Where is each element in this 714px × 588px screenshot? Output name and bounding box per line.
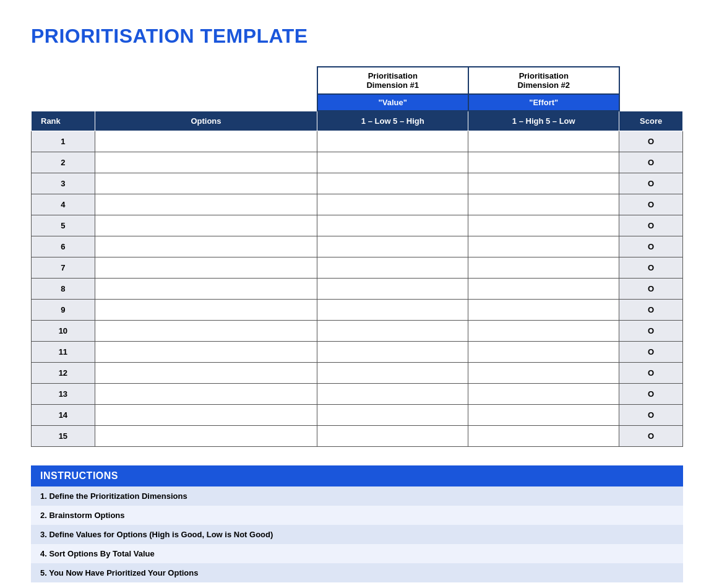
- value-cell[interactable]: [317, 152, 468, 173]
- value-cell[interactable]: [317, 300, 468, 321]
- rank-cell: 14: [32, 405, 95, 426]
- effort-cell[interactable]: [468, 173, 619, 194]
- value-cell[interactable]: [317, 342, 468, 363]
- score-cell: O: [619, 321, 683, 342]
- rank-cell: 5: [32, 215, 95, 236]
- rank-cell: 4: [32, 194, 95, 215]
- column-header-row: Rank Options 1 – Low 5 – High 1 – High 5…: [32, 111, 683, 131]
- value-cell[interactable]: [317, 215, 468, 236]
- value-cell[interactable]: [317, 173, 468, 194]
- option-cell[interactable]: [95, 236, 317, 257]
- score-cell: O: [619, 405, 683, 426]
- instruction-item: 4. Sort Options By Total Value: [31, 544, 683, 563]
- prioritisation-table: Prioritisation Dimension #1 Prioritisati…: [31, 66, 683, 447]
- rank-cell: 1: [32, 131, 95, 152]
- option-cell[interactable]: [95, 152, 317, 173]
- option-cell[interactable]: [95, 321, 317, 342]
- option-cell[interactable]: [95, 405, 317, 426]
- table-row: 1O: [32, 131, 683, 152]
- instruction-item: 3. Define Values for Options (High is Go…: [31, 525, 683, 544]
- score-cell: O: [619, 236, 683, 257]
- table-row: 6O: [32, 236, 683, 257]
- value-cell[interactable]: [317, 257, 468, 279]
- value-cell[interactable]: [317, 405, 468, 426]
- value-cell[interactable]: [317, 384, 468, 405]
- table-row: 2O: [32, 152, 683, 173]
- instruction-item: 5. You Now Have Prioritized Your Options: [31, 563, 683, 582]
- value-cell[interactable]: [317, 194, 468, 215]
- effort-cell[interactable]: [468, 279, 619, 300]
- table-row: 9O: [32, 300, 683, 321]
- option-cell[interactable]: [95, 194, 317, 215]
- effort-cell[interactable]: [468, 194, 619, 215]
- value-cell[interactable]: [317, 426, 468, 447]
- table-row: 11O: [32, 342, 683, 363]
- option-cell[interactable]: [95, 363, 317, 384]
- option-cell[interactable]: [95, 279, 317, 300]
- score-cell: O: [619, 342, 683, 363]
- dimension-label-row: "Value" "Effort": [32, 94, 683, 111]
- value-cell[interactable]: [317, 236, 468, 257]
- score-cell: O: [619, 279, 683, 300]
- instruction-item: 1. Define the Prioritization Dimensions: [31, 486, 683, 506]
- value-cell[interactable]: [317, 279, 468, 300]
- table-row: 12O: [32, 363, 683, 384]
- table-row: 15O: [32, 426, 683, 447]
- dim1-label: "Value": [317, 94, 468, 111]
- effort-cell[interactable]: [468, 300, 619, 321]
- value-cell[interactable]: [317, 363, 468, 384]
- option-cell[interactable]: [95, 426, 317, 447]
- table-row: 7O: [32, 257, 683, 279]
- effort-cell[interactable]: [468, 363, 619, 384]
- table-row: 4O: [32, 194, 683, 215]
- dim1-header: Prioritisation Dimension #1: [317, 67, 468, 94]
- dim2-header: Prioritisation Dimension #2: [468, 67, 619, 94]
- col-rank-header: Rank: [32, 111, 95, 131]
- col-value-header: 1 – Low 5 – High: [317, 111, 468, 131]
- col-options-header: Options: [95, 111, 317, 131]
- option-cell[interactable]: [95, 300, 317, 321]
- col-score-header: Score: [619, 111, 683, 131]
- rank-cell: 13: [32, 384, 95, 405]
- table-row: 3O: [32, 173, 683, 194]
- effort-cell[interactable]: [468, 152, 619, 173]
- value-cell[interactable]: [317, 321, 468, 342]
- effort-cell[interactable]: [468, 321, 619, 342]
- table-row: 10O: [32, 321, 683, 342]
- option-cell[interactable]: [95, 257, 317, 279]
- effort-cell[interactable]: [468, 236, 619, 257]
- col-effort-header: 1 – High 5 – Low: [468, 111, 619, 131]
- option-cell[interactable]: [95, 131, 317, 152]
- instructions-header: INSTRUCTIONS: [31, 465, 683, 486]
- option-cell[interactable]: [95, 342, 317, 363]
- rank-cell: 2: [32, 152, 95, 173]
- rank-cell: 15: [32, 426, 95, 447]
- effort-cell[interactable]: [468, 342, 619, 363]
- effort-cell[interactable]: [468, 426, 619, 447]
- rank-cell: 10: [32, 321, 95, 342]
- option-cell[interactable]: [95, 173, 317, 194]
- table-row: 13O: [32, 384, 683, 405]
- rank-cell: 8: [32, 279, 95, 300]
- rank-cell: 6: [32, 236, 95, 257]
- effort-cell[interactable]: [468, 131, 619, 152]
- effort-cell[interactable]: [468, 215, 619, 236]
- table-row: 8O: [32, 279, 683, 300]
- score-cell: O: [619, 131, 683, 152]
- option-cell[interactable]: [95, 384, 317, 405]
- dim2-label: "Effort": [468, 94, 619, 111]
- table-row: 5O: [32, 215, 683, 236]
- score-cell: O: [619, 215, 683, 236]
- effort-cell[interactable]: [468, 405, 619, 426]
- rank-cell: 11: [32, 342, 95, 363]
- page-title: PRIORITISATION TEMPLATE: [31, 25, 683, 48]
- effort-cell[interactable]: [468, 384, 619, 405]
- option-cell[interactable]: [95, 215, 317, 236]
- score-cell: O: [619, 300, 683, 321]
- rank-cell: 3: [32, 173, 95, 194]
- value-cell[interactable]: [317, 131, 468, 152]
- score-cell: O: [619, 384, 683, 405]
- effort-cell[interactable]: [468, 257, 619, 279]
- rank-cell: 7: [32, 257, 95, 279]
- score-cell: O: [619, 173, 683, 194]
